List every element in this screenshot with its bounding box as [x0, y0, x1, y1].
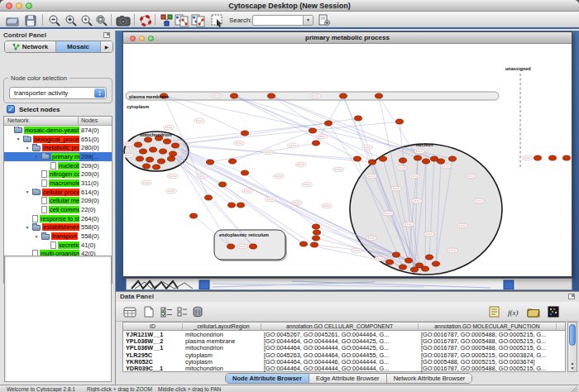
tree-row[interactable]: macromolecule311(0) [4, 179, 112, 188]
network-node[interactable] [354, 156, 361, 161]
network-node[interactable] [313, 230, 321, 235]
network-node[interactable] [228, 203, 236, 208]
help-ring-icon[interactable] [138, 13, 153, 27]
column-header[interactable]: annotation.GO CELLULAR_COMPONENT [261, 323, 419, 331]
network-node[interactable] [170, 151, 177, 156]
network-node[interactable] [300, 241, 308, 246]
select-nodes-checkbox[interactable]: ✓ [7, 105, 15, 113]
search-input[interactable] [255, 16, 301, 25]
network-node[interactable] [231, 93, 238, 98]
search-combobox[interactable]: ▼ [252, 15, 313, 26]
import-attributes-icon[interactable] [526, 304, 541, 319]
column-header[interactable]: annotation.GO MOLECULAR_FUNCTION [419, 323, 557, 331]
tree-row[interactable]: nucleobase-209(0) [4, 161, 112, 170]
network-edge[interactable] [164, 96, 245, 133]
network-node[interactable] [313, 141, 320, 146]
tab-mosaic[interactable]: Mosaic [56, 41, 101, 52]
tree-row[interactable]: cellular metabo209(0) [4, 197, 112, 206]
network-node[interactable] [311, 242, 318, 247]
network-node[interactable] [172, 143, 179, 148]
network-node[interactable] [143, 164, 151, 169]
network-edge[interactable] [234, 96, 313, 131]
expander-icon[interactable]: ▼ [24, 225, 31, 230]
network-edge[interactable] [171, 152, 223, 184]
network-node[interactable] [136, 156, 144, 161]
search-dropdown-arrow-icon[interactable]: ▼ [303, 16, 313, 25]
network-node[interactable] [431, 156, 438, 161]
network-node[interactable] [237, 203, 245, 208]
save-session-icon[interactable] [23, 13, 38, 27]
network-node[interactable] [426, 255, 433, 260]
tab-node-attribute-browser[interactable]: Node Attribute Browser [226, 374, 309, 383]
network-node[interactable] [423, 159, 430, 164]
network-node[interactable] [250, 244, 257, 249]
tree-row[interactable]: cell communicat22(0) [4, 205, 112, 214]
layout-a-icon[interactable] [174, 13, 189, 27]
network-node[interactable] [313, 236, 320, 241]
tree-row[interactable]: secretion41(0) [4, 241, 112, 250]
network-node[interactable] [393, 252, 400, 257]
zoom-in-icon[interactable] [64, 13, 79, 27]
network-node[interactable] [380, 156, 387, 161]
network-node[interactable] [386, 260, 394, 265]
tab-network[interactable]: Network [5, 41, 56, 52]
network-window-titlebar[interactable]: primary metabolic process [123, 32, 572, 44]
network-node[interactable] [205, 195, 213, 200]
birds-eye-view[interactable] [4, 256, 112, 382]
expander-icon[interactable]: ▼ [24, 146, 31, 151]
tree-row[interactable]: nitrogen compo209(0) [4, 170, 112, 179]
scrollbar-arrows-icon[interactable]: ▲▼ [568, 361, 577, 370]
select-attributes-icon[interactable] [159, 304, 174, 319]
network-node[interactable] [369, 160, 376, 165]
network-node[interactable] [325, 121, 333, 126]
layout-b-icon[interactable] [190, 13, 205, 27]
network-node[interactable] [396, 119, 404, 124]
tree-column-network[interactable]: Network [7, 117, 29, 123]
expander-icon[interactable]: ▼ [33, 234, 40, 239]
network-node[interactable] [376, 93, 383, 98]
table-row[interactable]: YDR039C__1mitochondrion[GO:0044464, GO:0… [123, 365, 565, 371]
network-node[interactable] [219, 182, 227, 187]
dropdown-stepper-icon[interactable]: ▲▼ [94, 88, 105, 98]
table-row[interactable]: YKR052Ccytoplasm[GO:0044464, GO:0044446,… [123, 358, 565, 365]
tree-row[interactable]: mosaic-demo-yeast874(0) [4, 126, 112, 135]
column-header[interactable]: _cellularLayoutRegion [183, 323, 261, 331]
delete-attribute-icon[interactable] [190, 304, 205, 319]
annotation-icon[interactable] [486, 304, 501, 319]
network-node[interactable] [168, 156, 175, 161]
tree-row[interactable]: ▼transport558(0) [4, 232, 112, 241]
unselect-attributes-icon[interactable] [175, 304, 189, 319]
zoom-out-icon[interactable] [47, 13, 62, 27]
network-node[interactable] [400, 158, 407, 163]
float-panel-icon[interactable] [103, 32, 110, 38]
network-node[interactable] [160, 149, 167, 154]
network-graph[interactable]: plasma membranecytoplasmmitochondrionnuc… [123, 44, 572, 276]
network-node[interactable] [414, 155, 422, 160]
background-window-sliver[interactable] [126, 278, 572, 290]
network-modify-icon[interactable] [159, 13, 174, 27]
network-node[interactable] [140, 149, 147, 154]
select-mode-icon[interactable] [210, 13, 225, 27]
window-titlebar[interactable]: Cytoscape Desktop (New Session) [0, 0, 579, 12]
network-node[interactable] [229, 159, 237, 164]
network-node[interactable] [135, 142, 142, 147]
network-edge[interactable] [164, 96, 452, 159]
expander-icon[interactable]: ▼ [33, 154, 40, 159]
network-node[interactable] [405, 258, 413, 263]
network-node[interactable] [190, 213, 198, 218]
tab-edge-attribute-browser[interactable]: Edge Attribute Browser [309, 374, 387, 383]
network-node[interactable] [153, 165, 160, 170]
tree-row[interactable]: ▼primary metabo209(... [4, 152, 112, 161]
tree-row[interactable]: ▼cellular process614(0) [4, 188, 112, 197]
network-node[interactable] [227, 244, 235, 249]
network-node[interactable] [164, 139, 171, 144]
import-settings-icon[interactable] [317, 13, 332, 27]
network-node[interactable] [422, 266, 429, 271]
network-node[interactable] [146, 157, 154, 162]
network-node[interactable] [340, 93, 347, 98]
resize-grip-icon[interactable] [571, 385, 578, 392]
tab-overflow-arrow-icon[interactable]: ▶ [101, 41, 112, 52]
network-node[interactable] [313, 224, 320, 229]
expander-icon[interactable]: ▼ [15, 136, 22, 141]
network-node[interactable] [242, 131, 249, 136]
